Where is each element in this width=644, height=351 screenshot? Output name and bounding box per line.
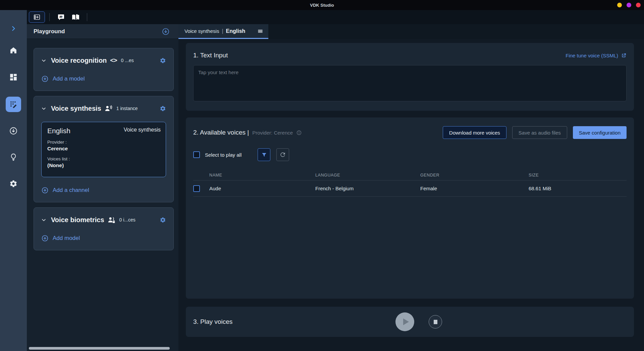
section-title: Voice recognition	[51, 57, 107, 64]
voices-list-value: (None)	[47, 162, 161, 168]
voice-biometrics-card: Voice biometrics 0 i...ces Add model	[34, 207, 174, 250]
section-title: Voice biometrics	[51, 216, 104, 224]
provider-note: Provider: Cerence	[252, 130, 293, 136]
text-input-section: 1. Text Input Fine tune voice (SSML)	[186, 43, 634, 111]
playground-header: Playground	[27, 24, 178, 39]
column-header-language: LANGUAGE	[315, 173, 420, 178]
instance-card-english[interactable]: English Voice synthesis Provider : Ceren…	[41, 122, 166, 177]
add-model-label: Add a model	[53, 76, 85, 82]
select-all-label: Select to play all	[205, 152, 241, 158]
play-voices-section: 3. Play voices	[186, 307, 634, 337]
column-header-name: NAME	[209, 173, 315, 178]
chevron-down-icon[interactable]	[41, 106, 46, 111]
available-voices-heading: 2. Available voices |	[193, 129, 249, 136]
add-model-button[interactable]: Add model	[41, 235, 166, 242]
cell-language: French - Belgium	[315, 186, 420, 191]
toolbar-divider	[49, 13, 50, 21]
fine-tune-ssml-link[interactable]: Fine tune voice (SSML)	[566, 53, 627, 58]
section-title: Voice synthesis	[51, 105, 101, 112]
tab-voice-synthesis-english[interactable]: Voice synthesis | English	[178, 24, 268, 39]
section-settings-gear-icon[interactable]	[160, 57, 166, 64]
column-header-size: SIZE	[529, 173, 627, 178]
toggle-panel-button[interactable]	[29, 11, 45, 23]
play-voices-heading: 3. Play voices	[193, 318, 232, 325]
ideas-icon[interactable]	[9, 153, 18, 161]
horizontal-scrollbar[interactable]	[29, 347, 170, 350]
title-bar: VDK Studio	[0, 0, 644, 10]
home-icon[interactable]	[9, 46, 18, 55]
voice-recognition-card-header: Voice recognition <> 0 ...es	[41, 55, 166, 66]
refresh-button[interactable]	[276, 148, 289, 161]
tab-name: English	[226, 28, 246, 34]
instance-type: Voice synthesis	[124, 127, 161, 133]
row-checkbox[interactable]	[193, 185, 200, 192]
save-as-audio-files-button[interactable]: Save as audio files	[512, 126, 567, 139]
window-control-purple[interactable]	[627, 3, 631, 7]
external-link-icon	[621, 53, 627, 58]
provider-value: Cerence	[47, 146, 161, 152]
text-input-heading: 1. Text Input	[193, 52, 228, 59]
playground-icon[interactable]	[6, 97, 21, 112]
info-icon[interactable]	[296, 130, 302, 136]
save-configuration-button[interactable]: Save configuration	[573, 126, 627, 139]
window-control-yellow[interactable]	[617, 3, 622, 7]
chevron-down-icon[interactable]	[41, 217, 46, 222]
cell-gender: Female	[420, 186, 529, 191]
voice-biometrics-icon	[108, 216, 115, 224]
column-header-gender: GENDER	[420, 173, 529, 178]
documentation-book-icon[interactable]	[71, 13, 79, 21]
add-channel-label: Add a channel	[53, 187, 89, 194]
voice-synthesis-card: Voice synthesis 1 instance English Voice…	[34, 96, 174, 202]
plus-circle-icon	[41, 187, 49, 194]
instance-count: 1 instance	[116, 106, 138, 111]
voice-synthesis-icon	[105, 105, 112, 112]
downloads-icon[interactable]	[9, 127, 18, 135]
voices-list-label: Voices list :	[47, 156, 161, 161]
dashboard-icon[interactable]	[9, 73, 18, 82]
phonetics-bubble-icon[interactable]: æ	[57, 13, 65, 21]
toolbar-divider	[87, 13, 87, 21]
section-settings-gear-icon[interactable]	[160, 105, 166, 112]
tab-content: 1. Text Input Fine tune voice (SSML) 2. …	[178, 39, 644, 337]
playground-body: Voice recognition <> 0 ...es Add a model	[27, 39, 178, 250]
play-button[interactable]	[395, 312, 414, 331]
section-settings-gear-icon[interactable]	[160, 217, 166, 223]
window-controls	[617, 3, 641, 7]
panel-collapse-icon	[33, 13, 41, 21]
available-voices-section: 2. Available voices | Provider: Cerence …	[186, 117, 634, 299]
voice-biometrics-card-header: Voice biometrics 0 i...ces	[41, 214, 166, 225]
app-title: VDK Studio	[310, 3, 334, 8]
tab-prefix: Voice synthesis	[184, 28, 219, 34]
instance-count: 0 i...ces	[119, 217, 136, 222]
text-input-field[interactable]	[193, 65, 627, 101]
download-configuration-icon[interactable]	[162, 28, 170, 36]
download-more-voices-button[interactable]: Download more voices	[443, 126, 506, 139]
fine-tune-ssml-label: Fine tune voice (SSML)	[566, 53, 618, 58]
play-icon	[403, 318, 409, 325]
chevron-down-icon[interactable]	[41, 58, 46, 63]
playground-panel: Playground Voice recognition <> 0 ...es	[27, 24, 178, 351]
add-model-label: Add model	[53, 235, 80, 242]
stop-button[interactable]	[429, 315, 442, 329]
tab-menu-icon[interactable]	[257, 28, 264, 35]
add-channel-button[interactable]: Add a channel	[41, 187, 166, 194]
expand-sidebar-icon[interactable]	[10, 25, 17, 32]
table-row-aude[interactable]: Aude French - Belgium Female 68.61 MiB	[193, 181, 627, 197]
code-icon: <>	[110, 57, 117, 64]
settings-icon[interactable]	[9, 180, 18, 188]
refresh-icon	[279, 151, 286, 158]
filter-button[interactable]	[258, 148, 270, 161]
stop-icon	[434, 320, 437, 324]
voices-table-header: NAME LANGUAGE GENDER SIZE	[193, 170, 627, 181]
icon-rail	[0, 10, 27, 351]
instance-count: 0 ...es	[121, 58, 134, 63]
voice-recognition-card: Voice recognition <> 0 ...es Add a model	[34, 48, 174, 91]
instance-name: English	[47, 127, 70, 135]
cell-name: Aude	[209, 186, 315, 191]
add-model-button[interactable]: Add a model	[41, 75, 166, 83]
playground-title: Playground	[34, 28, 65, 35]
window-control-red[interactable]	[636, 3, 641, 7]
select-all-checkbox[interactable]	[193, 151, 200, 158]
tab-bar: Voice synthesis | English	[178, 24, 644, 39]
plus-circle-icon	[41, 75, 49, 83]
